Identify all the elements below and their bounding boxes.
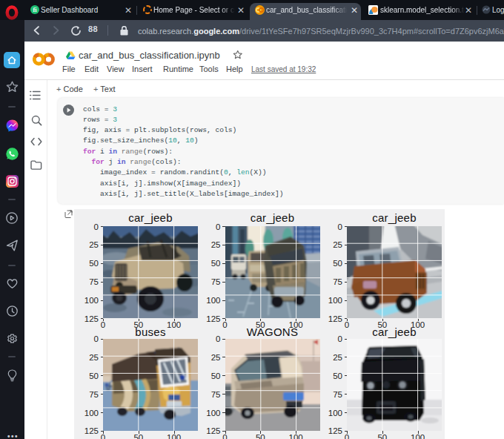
svg-text:fi: fi [33,7,38,13]
